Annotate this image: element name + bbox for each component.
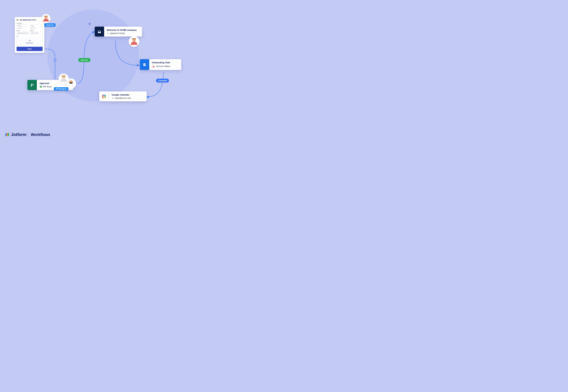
calendar-email: team@acme.com	[115, 97, 131, 99]
footer: Jotform Workflows	[5, 132, 50, 137]
mail-open-icon	[97, 30, 101, 34]
recipient-avatar	[129, 36, 139, 47]
phone-label: Phone	[30, 30, 42, 31]
jotform-glyph-icon	[16, 19, 19, 21]
upload-cloud-icon	[28, 40, 31, 42]
google-calendar-icon: 31	[102, 94, 106, 99]
email-link-row: Applicat's Email	[107, 32, 137, 34]
brand-divider	[28, 132, 29, 137]
approval-icon-box	[27, 80, 37, 90]
jotform-logo-icon	[5, 132, 10, 137]
complete-pill: Complete	[156, 79, 169, 82]
svg-rect-2	[44, 16, 48, 17]
email-input[interactable]	[16, 32, 29, 34]
calendar-title: Google Calendar	[111, 94, 134, 96]
email-link-text: Applicat's Email	[110, 32, 125, 34]
team-globe-icon	[40, 85, 42, 88]
calendar-email-row: team@acme.com	[111, 97, 134, 99]
onboarding-title: Onboarding Task	[152, 61, 174, 64]
approval-title: Approval	[40, 82, 62, 84]
onboarding-person: Herman Walton	[156, 65, 170, 68]
browse-files-label: Browse Files	[17, 42, 42, 44]
svg-rect-17	[102, 95, 103, 98]
first-name-input[interactable]	[16, 25, 29, 27]
apply-button[interactable]: Apply	[16, 47, 42, 51]
calendar-card[interactable]: 31 Google Calendar team@acme.com	[99, 91, 147, 101]
approval-team: HR Team	[43, 85, 52, 88]
brand-row: Jotform	[5, 132, 27, 137]
people-check-icon	[30, 83, 34, 87]
form-title-row: Job Application Form	[15, 17, 44, 22]
link-icon	[107, 32, 109, 34]
cv-upload-box[interactable]: Browse Files	[16, 38, 42, 45]
onboarding-card[interactable]: Onboarding Task Herman Walton	[140, 59, 181, 70]
svg-point-12	[153, 65, 154, 66]
cv-label: CV	[16, 36, 42, 37]
last-name-sublabel: Last Name	[30, 28, 42, 29]
phone-input[interactable]	[30, 32, 42, 34]
applicant-label: Applicant	[44, 23, 55, 27]
email-card[interactable]: Welcome to ACME company Applicat's Email	[95, 27, 142, 37]
hr-manager-avatar-1	[58, 73, 69, 84]
link-icon	[111, 97, 114, 99]
svg-rect-10	[132, 38, 136, 39]
email-title: Welcome to ACME company	[107, 29, 137, 31]
calendar-icon-box: 31	[99, 91, 109, 101]
hr-managers-label: HR Managers	[54, 87, 68, 91]
onboarding-person-row: Herman Walton	[152, 65, 174, 68]
svg-text:31: 31	[103, 96, 105, 97]
diagram-stage: Job Application Form Full Name First Nam…	[0, 0, 207, 143]
onboarding-icon-box	[140, 59, 149, 70]
last-name-input[interactable]	[30, 25, 42, 27]
approve-pill: Approve	[78, 58, 90, 62]
job-application-form-card: Job Application Form Full Name First Nam…	[15, 17, 44, 53]
email-label: Email	[16, 30, 29, 31]
assignee-avatar	[152, 65, 155, 68]
email-icon-box	[95, 27, 104, 37]
first-name-sublabel: First Name	[16, 28, 29, 29]
brand-name: Jotform	[11, 132, 27, 137]
product-name: Workflows	[31, 132, 50, 137]
checklist-icon	[143, 63, 146, 67]
form-title: Job Application Form	[20, 19, 36, 21]
applicant-avatar	[42, 14, 51, 23]
full-name-label: Full Name	[16, 23, 42, 24]
